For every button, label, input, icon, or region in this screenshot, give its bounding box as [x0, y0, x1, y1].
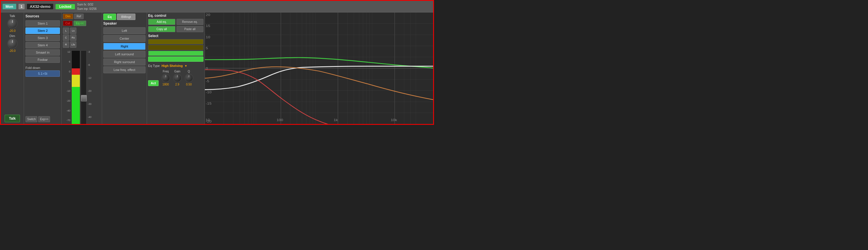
talk-value: -20.0 — [9, 29, 16, 32]
q-label: Q — [188, 70, 190, 73]
svg-text:10k: 10k — [391, 118, 397, 122]
source-item-0[interactable]: Stem 1 — [26, 20, 60, 27]
vu-green — [72, 87, 80, 124]
talk-button[interactable]: Talk — [5, 115, 20, 122]
svg-text:100: 100 — [277, 118, 283, 122]
dim-label: Dim — [9, 34, 16, 38]
vu-meter — [71, 50, 80, 124]
fader-cut-row: Cut Eq << — [63, 21, 101, 26]
freq-knob[interactable] — [161, 74, 170, 82]
dim-knob[interactable] — [7, 38, 18, 49]
q-value: 0.50 — [186, 83, 191, 86]
sum-inp: Sum inp: 0/256 — [77, 7, 97, 11]
eq-type-arrow-icon[interactable]: ▼ — [185, 64, 187, 67]
source-item-1[interactable]: Stem 2 — [26, 28, 60, 34]
gain-knob[interactable] — [173, 74, 182, 82]
vu-yellow — [72, 75, 80, 87]
sources-panel: Sources Stem 1 Stem 2 Stem 3 Stem 4 Smaa… — [24, 12, 62, 124]
fader-track[interactable] — [81, 50, 87, 124]
channel-name: AX32-demo — [27, 4, 54, 9]
content-area: Talk -20.0 Dim -20.0 Talk Sources Stem 1… — [1, 12, 433, 124]
eq-small-button[interactable]: Eq << — [73, 21, 87, 26]
exp-button[interactable]: Exp>> — [38, 116, 50, 122]
source-item-2[interactable]: Stem 3 — [26, 35, 60, 41]
gain-section: Gain 2.9 — [173, 70, 182, 86]
copy-all-button[interactable]: Copy all — [148, 26, 175, 32]
svg-text:5: 5 — [206, 46, 208, 50]
ref-button[interactable]: Ref — [74, 13, 84, 19]
speaker-lfe[interactable]: Low freq. effect — [103, 66, 146, 73]
speaker-panel: Eq BMngt Speaker Left Center Right Left … — [102, 12, 147, 124]
ch-r-button[interactable]: R — [63, 41, 69, 48]
vu-red — [72, 68, 80, 75]
ch-l-button[interactable]: L — [63, 28, 69, 34]
fader-top-buttons: Dim Ref — [63, 13, 101, 19]
fader-area: 12 6 0 -5 -10 -20 -40 -70 -100 — [63, 50, 101, 124]
source-item-4[interactable]: Smaart in — [26, 49, 60, 56]
eq-bmngt-row: Eq BMngt — [103, 13, 146, 20]
eq-control-panel: Eq. control Add eq. Remove eq. Copy all … — [147, 12, 205, 124]
svg-text:-15: -15 — [206, 102, 212, 106]
freq-label: Freq — [163, 70, 169, 73]
select-item-2[interactable] — [148, 45, 204, 50]
locked-badge: Locked — [56, 4, 75, 9]
speaker-left-surround[interactable]: Left surround — [103, 51, 146, 58]
eq-type-row: Eq Type High Shelving ▼ — [148, 64, 204, 67]
dim-section: Dim -20.0 — [7, 34, 18, 52]
eq-graph[interactable]: 20 15 10 5 0 -5 -10 -15 -20 10 100 1k 10… — [205, 12, 433, 124]
fader-scale-right: -3 -6 -12 -20 -30 -40 -60 — [87, 50, 94, 124]
paste-all-button[interactable]: Paste all — [177, 26, 204, 32]
fader-panel: Dim Ref Cut Eq << L C R Ls Rs Lfe — [62, 12, 102, 124]
select-items — [148, 39, 204, 62]
freq-section: Freq 1800 — [161, 70, 170, 86]
freq-value: 1800 — [163, 83, 169, 86]
source-item-5[interactable]: Foobar — [26, 56, 60, 63]
sources-title: Sources — [26, 14, 60, 18]
select-title: Select — [148, 34, 204, 38]
act-button[interactable]: Act — [148, 80, 159, 86]
source-item-3[interactable]: Stem 4 — [26, 42, 60, 48]
speaker-left[interactable]: Left — [103, 27, 146, 34]
ch-ls-button[interactable]: Ls — [70, 28, 76, 34]
cut-button[interactable]: Cut — [63, 21, 73, 26]
talk-section: Talk -20.0 — [7, 14, 18, 32]
fader-scale-left: 12 6 0 -5 -10 -20 -40 -70 -100 — [63, 50, 71, 124]
add-remove-row: Add eq. Remove eq. — [148, 19, 204, 25]
select-item-3[interactable] — [148, 51, 204, 56]
copy-paste-row: Copy all Paste all — [148, 26, 204, 32]
select-item-4[interactable] — [148, 56, 204, 62]
speaker-right-surround[interactable]: Right surround — [103, 58, 146, 65]
fader-thumb[interactable] — [81, 95, 87, 102]
sources-bottom-buttons: Switch Exp>> — [26, 116, 60, 122]
main-container: Mon 1 AX32-demo Locked Sum fx: 0/32 Sum … — [0, 0, 434, 125]
switch-button[interactable]: Switch — [26, 116, 37, 122]
bmngt-button[interactable]: BMngt — [117, 13, 135, 20]
sum-info: Sum fx: 0/32 Sum inp: 0/256 — [77, 2, 97, 11]
svg-text:10: 10 — [206, 35, 210, 39]
eq-type-value[interactable]: High Shelving — [161, 64, 183, 67]
talk-knob[interactable] — [7, 18, 18, 29]
fold-down-button[interactable]: 5.1>St — [26, 71, 60, 77]
dim-button[interactable]: Dim — [63, 13, 73, 19]
ch-c-button[interactable]: C — [63, 34, 69, 41]
fold-down-title: Fold down — [26, 66, 60, 70]
speaker-title: Speaker — [103, 22, 146, 26]
ch-rs-button[interactable]: Rs — [70, 34, 76, 41]
top-bar: Mon 1 AX32-demo Locked Sum fx: 0/32 Sum … — [1, 1, 433, 12]
add-eq-button[interactable]: Add eq. — [148, 19, 175, 25]
svg-text:20: 20 — [206, 13, 210, 17]
channel-number: 1 — [19, 4, 25, 9]
talk-label: Talk — [9, 14, 16, 18]
mon-button[interactable]: Mon — [3, 4, 16, 9]
gain-label: Gain — [174, 70, 180, 73]
select-item-1[interactable] — [148, 39, 204, 44]
speaker-center[interactable]: Center — [103, 35, 146, 42]
remove-eq-button[interactable]: Remove eq. — [177, 19, 204, 25]
speaker-right[interactable]: Right — [103, 43, 146, 50]
q-knob[interactable] — [185, 74, 193, 82]
ch-lfe-button[interactable]: Lfe — [70, 41, 76, 48]
eq-type-label: Eq Type — [148, 64, 160, 67]
gain-value: 2.9 — [175, 83, 179, 86]
eq-big-button[interactable]: Eq — [103, 13, 116, 20]
eq-graph-svg: 20 15 10 5 0 -5 -10 -15 -20 10 100 1k 10… — [205, 12, 433, 124]
